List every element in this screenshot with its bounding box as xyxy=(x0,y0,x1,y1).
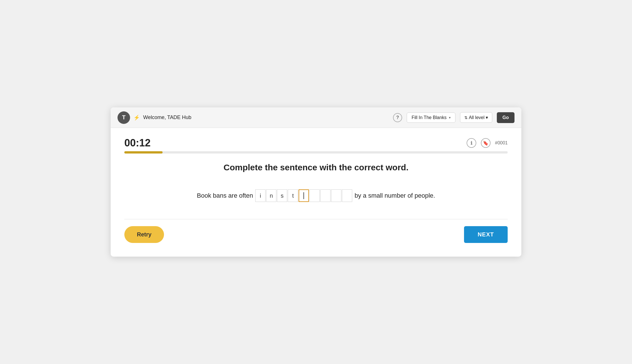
letter-box-2[interactable]: s xyxy=(277,189,287,202)
retry-button[interactable]: Retry xyxy=(124,226,164,243)
letter-box-3[interactable]: t xyxy=(288,189,298,202)
chevron-down-icon: ▾ xyxy=(486,115,488,120)
top-right: ℹ 🔖 #0001 xyxy=(467,138,508,148)
letter-box-8[interactable] xyxy=(342,189,352,202)
header-left: T ⚡ Welcome, TADE Hub xyxy=(118,111,388,124)
letter-boxes: i n s t xyxy=(255,189,352,202)
activity-dropdown[interactable]: Fill In The Blanks ▾ xyxy=(407,113,455,123)
app-window: T ⚡ Welcome, TADE Hub ? Fill In The Blan… xyxy=(111,107,521,257)
cursor xyxy=(303,192,304,199)
letter-box-0[interactable]: i xyxy=(255,189,266,202)
help-icon[interactable]: ? xyxy=(393,113,402,122)
bolt-icon: ⚡ xyxy=(133,114,140,121)
letter-box-1[interactable]: n xyxy=(266,189,276,202)
sort-icon: ⇅ xyxy=(464,115,468,120)
letter-box-4[interactable] xyxy=(299,189,309,202)
bottom-actions: Retry NEXT xyxy=(124,226,508,248)
top-row: 00:12 ℹ 🔖 #0001 xyxy=(124,137,508,149)
header: T ⚡ Welcome, TADE Hub ? Fill In The Blan… xyxy=(111,107,521,128)
bookmark-icon[interactable]: 🔖 xyxy=(481,138,491,148)
header-center: ? Fill In The Blanks ▾ ⇅ All level ▾ Go xyxy=(393,112,514,123)
timer: 00:12 xyxy=(124,137,151,149)
info-icon[interactable]: ℹ xyxy=(467,138,476,148)
question-instruction: Complete the sentence with the correct w… xyxy=(124,163,508,172)
letter-box-5[interactable] xyxy=(309,189,320,202)
divider xyxy=(124,219,508,219)
letter-box-6[interactable] xyxy=(320,189,331,202)
progress-bar-fill xyxy=(124,151,163,154)
letter-box-7[interactable] xyxy=(331,189,341,202)
welcome-text: Welcome, TADE Hub xyxy=(143,114,191,120)
avatar: T xyxy=(118,111,130,124)
sentence-area: Book bans are often i n s t xyxy=(124,189,508,202)
question-id: #0001 xyxy=(495,140,508,146)
go-button[interactable]: Go xyxy=(497,112,514,123)
chevron-down-icon: ▾ xyxy=(449,116,451,120)
sentence-prefix: Book bans are often xyxy=(197,192,253,199)
main-content: 00:12 ℹ 🔖 #0001 Complete the sentence wi… xyxy=(111,128,521,257)
sentence-suffix: by a small number of people. xyxy=(355,192,435,199)
next-button[interactable]: NEXT xyxy=(464,226,508,243)
progress-bar-container xyxy=(124,151,508,154)
level-dropdown[interactable]: ⇅ All level ▾ xyxy=(460,112,492,123)
